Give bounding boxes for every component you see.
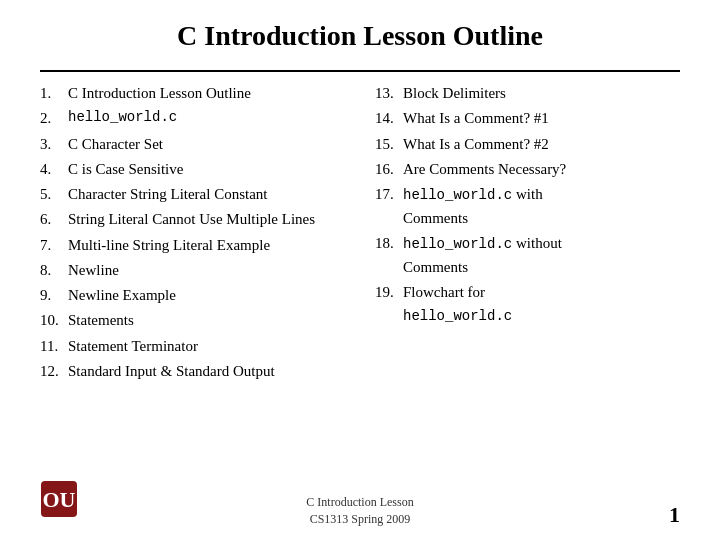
list-item: 17.hello_world.c withComments: [375, 183, 680, 230]
list-text: hello_world.c withoutComments: [403, 232, 562, 279]
list-item: 3.C Character Set: [40, 133, 345, 156]
list-text: Statements: [68, 309, 134, 332]
list-num: 8.: [40, 259, 68, 282]
ou-logo: OU: [40, 480, 78, 518]
list-num: 17.: [375, 183, 403, 230]
list-num: 15.: [375, 133, 403, 156]
list-text: C Introduction Lesson Outline: [68, 82, 251, 105]
footer: OU C Introduction Lesson CS1313 Spring 2…: [0, 494, 720, 528]
list-num: 19.: [375, 281, 403, 328]
list-text: hello_world.c withComments: [403, 183, 543, 230]
list-num: 12.: [40, 360, 68, 383]
list-text: Statement Terminator: [68, 335, 198, 358]
list-item: 4.C is Case Sensitive: [40, 158, 345, 181]
list-num: 3.: [40, 133, 68, 156]
list-text: Multi-line String Literal Example: [68, 234, 270, 257]
right-column: 13.Block Delimiters14.What Is a Comment?…: [375, 82, 680, 385]
list-item: 15.What Is a Comment? #2: [375, 133, 680, 156]
list-num: 2.: [40, 107, 68, 130]
list-item: 19.Flowchart forhello_world.c: [375, 281, 680, 328]
slide: C Introduction Lesson Outline 1.C Introd…: [0, 0, 720, 540]
footer-line1: C Introduction Lesson: [306, 494, 413, 511]
divider: [40, 70, 680, 72]
list-text: Character String Literal Constant: [68, 183, 268, 206]
list-item: 18.hello_world.c withoutComments: [375, 232, 680, 279]
list-item: 10.Statements: [40, 309, 345, 332]
list-item: 2.hello_world.c: [40, 107, 345, 130]
list-item: 16.Are Comments Necessary?: [375, 158, 680, 181]
list-item: 5.Character String Literal Constant: [40, 183, 345, 206]
list-text: Newline Example: [68, 284, 176, 307]
list-text: Flowchart forhello_world.c: [403, 281, 512, 328]
list-num: 16.: [375, 158, 403, 181]
page-number: 1: [669, 502, 680, 528]
content-columns: 1.C Introduction Lesson Outline2.hello_w…: [40, 82, 680, 385]
list-item: 6.String Literal Cannot Use Multiple Lin…: [40, 208, 345, 231]
list-num: 10.: [40, 309, 68, 332]
slide-title: C Introduction Lesson Outline: [40, 20, 680, 52]
list-text: What Is a Comment? #1: [403, 107, 549, 130]
footer-line2: CS1313 Spring 2009: [306, 511, 413, 528]
list-item: 9.Newline Example: [40, 284, 345, 307]
list-item: 14.What Is a Comment? #1: [375, 107, 680, 130]
list-num: 4.: [40, 158, 68, 181]
left-column: 1.C Introduction Lesson Outline2.hello_w…: [40, 82, 345, 385]
list-text: String Literal Cannot Use Multiple Lines: [68, 208, 315, 231]
list-text: C is Case Sensitive: [68, 158, 183, 181]
list-item: 1.C Introduction Lesson Outline: [40, 82, 345, 105]
list-text: Standard Input & Standard Output: [68, 360, 275, 383]
list-text: C Character Set: [68, 133, 163, 156]
svg-text:OU: OU: [43, 487, 76, 512]
list-num: 14.: [375, 107, 403, 130]
list-item: 7.Multi-line String Literal Example: [40, 234, 345, 257]
list-num: 18.: [375, 232, 403, 279]
list-num: 9.: [40, 284, 68, 307]
list-item: 13.Block Delimiters: [375, 82, 680, 105]
list-num: 13.: [375, 82, 403, 105]
list-text: Block Delimiters: [403, 82, 506, 105]
list-num: 7.: [40, 234, 68, 257]
list-num: 6.: [40, 208, 68, 231]
list-text: What Is a Comment? #2: [403, 133, 549, 156]
list-text: hello_world.c: [68, 107, 177, 130]
footer-text: C Introduction Lesson CS1313 Spring 2009: [306, 494, 413, 528]
list-num: 11.: [40, 335, 68, 358]
list-text: Newline: [68, 259, 119, 282]
list-item: 11.Statement Terminator: [40, 335, 345, 358]
list-num: 1.: [40, 82, 68, 105]
list-item: 12.Standard Input & Standard Output: [40, 360, 345, 383]
list-item: 8.Newline: [40, 259, 345, 282]
list-num: 5.: [40, 183, 68, 206]
list-text: Are Comments Necessary?: [403, 158, 566, 181]
